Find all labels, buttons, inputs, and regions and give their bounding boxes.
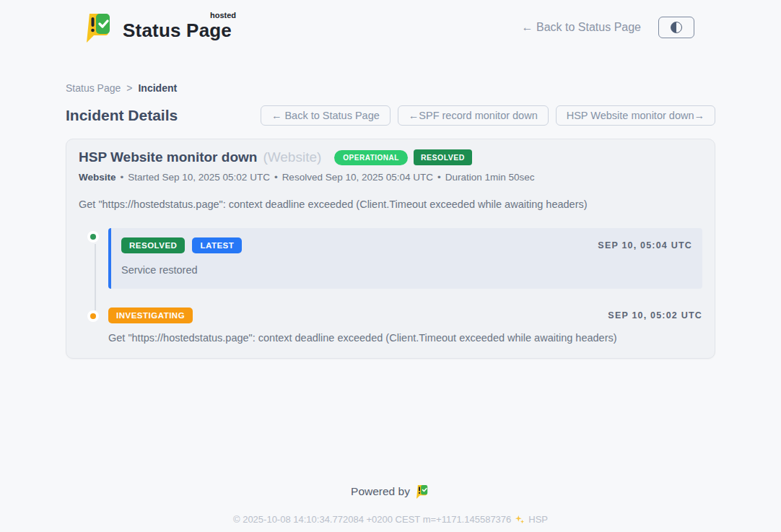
incident-title-row: HSP Website monitor down (Website) OPERA… — [79, 149, 702, 165]
timeline-entry-resolved: RESOLVED LATEST SEP 10, 05:04 UTC Servic… — [79, 228, 702, 289]
incident-description: Get "https://hostedstatus.page": context… — [79, 199, 702, 210]
back-to-status-page-link[interactable]: ← Back to Status Page — [522, 21, 641, 34]
timeline-entry-investigating: INVESTIGATING SEP 10, 05:02 UTC Get "htt… — [79, 308, 702, 344]
timeline-panel-latest: RESOLVED LATEST SEP 10, 05:04 UTC Servic… — [108, 228, 702, 289]
statuspage-mini-logo-icon[interactable] — [416, 484, 430, 499]
theme-toggle-button[interactable] — [658, 17, 694, 38]
header-right: ← Back to Status Page — [522, 17, 694, 38]
title-row: Incident Details ← Back to Status Page ←… — [66, 105, 715, 126]
incident-card: HSP Website monitor down (Website) OPERA… — [66, 139, 715, 359]
powered-by-label: Powered by — [351, 485, 410, 498]
page-title: Incident Details — [66, 107, 178, 124]
resolved-status-badge: RESOLVED — [121, 237, 185, 253]
meta-duration: Duration 1min 50sec — [445, 172, 535, 183]
timeline-entry-head: INVESTIGATING SEP 10, 05:02 UTC — [108, 308, 702, 323]
main-content: Status Page > Incident Incident Details … — [66, 82, 715, 359]
breadcrumb-status-page[interactable]: Status Page — [66, 82, 121, 94]
footer: Powered by © 2025-10-08 14:10:34.772084 … — [0, 484, 781, 525]
latest-status-badge: LATEST — [192, 237, 242, 253]
brand-name: Status Page — [123, 19, 232, 41]
incident-nav-buttons: ← Back to Status Page ←SPF record monito… — [261, 105, 715, 126]
timeline-badges: INVESTIGATING — [108, 308, 193, 323]
investigating-status-badge: INVESTIGATING — [108, 308, 193, 323]
brand-superscript: hosted — [210, 11, 236, 19]
timeline-timestamp: SEP 10, 05:02 UTC — [608, 310, 702, 320]
sparkles-icon — [515, 515, 525, 525]
prev-incident-button[interactable]: ←SPF record monitor down — [398, 105, 549, 126]
timeline-dot-orange — [87, 310, 99, 322]
timeline-plain-entry: INVESTIGATING SEP 10, 05:02 UTC Get "htt… — [108, 308, 702, 344]
operational-badge: OPERATIONAL — [334, 150, 408, 165]
breadcrumb-incident: Incident — [138, 82, 177, 94]
meta-resolved: Resolved Sep 10, 2025 05:04 UTC — [282, 172, 433, 183]
incident-meta: Website • Started Sep 10, 2025 05:02 UTC… — [79, 172, 702, 183]
brand-logo[interactable]: Status Page hosted — [87, 12, 232, 43]
breadcrumb-separator: > — [126, 82, 132, 94]
copyright-line: © 2025-10-08 14:10:34.772084 +0200 CEST … — [0, 514, 781, 525]
meta-separator: • — [274, 172, 278, 183]
meta-separator: • — [437, 172, 441, 183]
incident-scope: (Website) — [263, 149, 321, 165]
next-incident-button[interactable]: HSP Website monitor down→ — [556, 105, 715, 126]
powered-by: Powered by — [351, 484, 430, 499]
resolved-badge: RESOLVED — [414, 149, 472, 165]
meta-started: Started Sep 10, 2025 05:02 UTC — [128, 172, 270, 183]
back-to-status-page-button[interactable]: ← Back to Status Page — [261, 105, 390, 126]
statuspage-logo-icon — [87, 12, 115, 43]
breadcrumb: Status Page > Incident — [66, 82, 715, 94]
meta-separator: • — [121, 172, 124, 183]
copyright-brand: HSP — [528, 514, 548, 525]
incident-timeline: RESOLVED LATEST SEP 10, 05:04 UTC Servic… — [79, 228, 702, 344]
timeline-badges: RESOLVED LATEST — [121, 237, 242, 253]
contrast-icon — [671, 22, 682, 33]
timeline-timestamp: SEP 10, 05:04 UTC — [598, 240, 692, 250]
timeline-message: Service restored — [121, 264, 692, 276]
timeline-message: Get "https://hostedstatus.page": context… — [108, 332, 702, 344]
brand-text: Status Page hosted — [123, 12, 232, 42]
timeline-dot-green — [87, 231, 99, 243]
timeline-entry-head: RESOLVED LATEST SEP 10, 05:04 UTC — [121, 237, 692, 253]
meta-service: Website — [79, 172, 116, 183]
incident-title: HSP Website monitor down — [79, 149, 257, 165]
copyright-text: © 2025-10-08 14:10:34.772084 +0200 CEST … — [233, 514, 511, 525]
header: Status Page hosted ← Back to Status Page — [0, 0, 781, 45]
